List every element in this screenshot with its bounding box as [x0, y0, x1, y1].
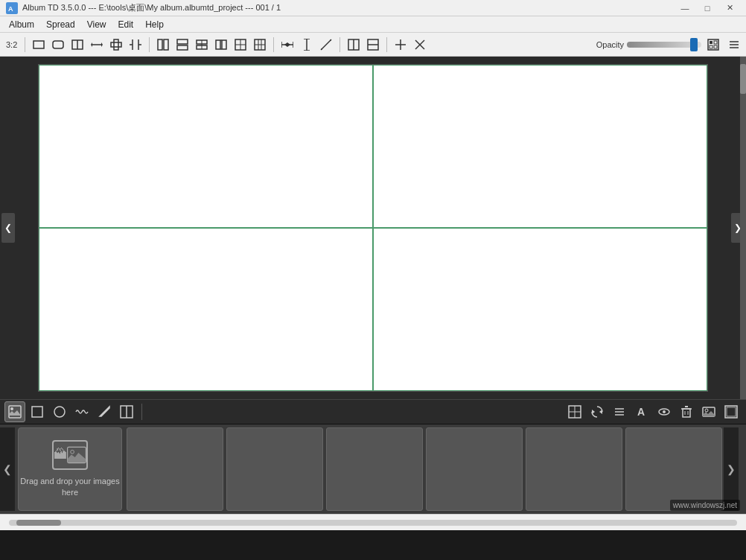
grid2col-btn[interactable] — [154, 36, 172, 54]
tray-nav-left[interactable]: ❮ — [0, 427, 15, 511]
ratio-label: 3:2 — [3, 40, 20, 49]
menu-item-edit[interactable]: Edit — [112, 18, 140, 31]
toolbar-separator-3 — [273, 37, 274, 52]
list-icon-btn[interactable] — [609, 401, 630, 422]
photo-icon-btn[interactable] — [698, 401, 719, 422]
page-cell-top-right[interactable] — [373, 65, 707, 228]
app-icon: A — [6, 2, 18, 14]
svg-rect-2 — [34, 41, 44, 48]
page-cell-bottom-right[interactable] — [373, 228, 707, 391]
svg-point-83 — [705, 409, 708, 412]
cross-btn[interactable] — [107, 36, 125, 54]
page-cell-bottom-left[interactable] — [39, 228, 373, 391]
grid4-btn[interactable] — [232, 36, 249, 54]
expand-h-btn[interactable] — [278, 36, 296, 54]
align-right-btn[interactable] — [212, 36, 230, 54]
layout-icon-btn[interactable] — [721, 401, 742, 422]
menu-bar: AlbumSpreadViewEditHelp — [0, 16, 746, 33]
pen-tool-btn[interactable] — [94, 401, 115, 422]
tray-cell-1[interactable] — [127, 427, 223, 511]
toolbar-separator-1 — [25, 37, 25, 52]
h-resize-btn[interactable] — [88, 36, 106, 54]
split-v-btn[interactable] — [345, 36, 363, 54]
remove-btn[interactable] — [411, 36, 429, 54]
grid2row-btn[interactable] — [173, 36, 191, 54]
tray-cell-5[interactable] — [526, 427, 622, 511]
text-icon-btn[interactable]: A — [631, 401, 652, 422]
scrollbar-horizontal[interactable] — [9, 520, 737, 526]
add-btn[interactable] — [392, 36, 409, 54]
svg-rect-18 — [177, 45, 188, 50]
svg-rect-3 — [53, 41, 63, 48]
svg-rect-56 — [714, 45, 717, 48]
svg-point-87 — [71, 450, 74, 454]
wave-tool-btn[interactable] — [71, 401, 92, 422]
menu-item-view[interactable]: View — [81, 18, 112, 31]
svg-rect-10 — [111, 42, 121, 47]
page-cell-top-left[interactable] — [39, 65, 373, 228]
svg-rect-85 — [727, 407, 736, 416]
refresh-icon-btn[interactable] — [587, 401, 608, 422]
split-tool-btn[interactable] — [116, 401, 137, 422]
bottom-toolbar-right: A — [564, 401, 742, 422]
svg-marker-37 — [287, 42, 290, 47]
trim-btn[interactable] — [127, 36, 144, 54]
tray-nav-right[interactable]: ❯ — [724, 427, 739, 511]
svg-marker-8 — [101, 42, 103, 47]
svg-text:A: A — [8, 5, 13, 13]
eye-icon-btn[interactable] — [654, 401, 675, 422]
svg-line-41 — [321, 39, 331, 50]
svg-rect-54 — [714, 41, 717, 44]
crop-tool-btn[interactable] — [27, 401, 48, 422]
trash-icon-btn[interactable] — [676, 401, 697, 422]
svg-rect-62 — [32, 407, 42, 417]
opacity-section: Opacity — [596, 36, 743, 54]
svg-rect-55 — [710, 45, 712, 48]
svg-marker-36 — [284, 42, 287, 47]
minimize-button[interactable]: — — [675, 1, 695, 15]
toolbar-separator-2 — [149, 37, 150, 52]
split-h-btn[interactable] — [68, 36, 86, 54]
svg-rect-60 — [9, 406, 21, 418]
opacity-slider[interactable] — [627, 42, 701, 48]
ellipse-tool-btn[interactable] — [49, 401, 70, 422]
maximize-button[interactable]: □ — [697, 1, 718, 15]
svg-rect-77 — [683, 409, 690, 417]
grid5-btn[interactable] — [251, 36, 269, 54]
svg-point-61 — [10, 407, 13, 410]
tray-cell-4[interactable] — [426, 427, 523, 511]
expand-v-btn[interactable] — [298, 36, 316, 54]
drop-zone-label: Drag and drop your images here — [19, 476, 121, 499]
svg-rect-23 — [222, 40, 226, 49]
tray-cell-6[interactable] — [625, 427, 722, 511]
toolbar-separator-5 — [386, 37, 387, 52]
drop-zone[interactable]: Drag and drop your images here — [18, 427, 122, 511]
scrollbar-vertical[interactable] — [740, 57, 746, 399]
view-full-btn[interactable] — [704, 36, 722, 54]
scrollbar-vertical-thumb[interactable] — [740, 64, 746, 94]
close-button[interactable]: ✕ — [719, 1, 740, 15]
svg-marker-7 — [91, 42, 92, 47]
toolbar: 3:2 — [0, 33, 746, 57]
menu-item-help[interactable]: Help — [139, 18, 170, 31]
tray-cell-3[interactable] — [326, 427, 423, 511]
align-left-btn[interactable] — [193, 36, 211, 54]
image-tray: ❮ Drag and drop your images here ❯ www.w… — [0, 424, 746, 514]
watermark: www.windowszj.net — [670, 500, 740, 511]
view-list-btn[interactable] — [725, 36, 743, 54]
menu-item-album[interactable]: Album — [3, 18, 40, 31]
toolbar-separator-4 — [339, 37, 340, 52]
menu-item-spread[interactable]: Spread — [40, 18, 81, 31]
grid-icon-btn[interactable] — [564, 401, 585, 422]
svg-text:A: A — [637, 406, 645, 418]
svg-rect-22 — [216, 40, 220, 49]
page-nav-left[interactable]: ❮ — [1, 213, 15, 243]
rounded-rect-btn[interactable] — [49, 36, 67, 54]
tray-cell-2[interactable] — [226, 427, 323, 511]
rect-tool-btn[interactable] — [30, 36, 48, 54]
opacity-thumb[interactable] — [690, 38, 698, 51]
scrollbar-horizontal-thumb[interactable] — [16, 520, 61, 526]
image-tool-btn[interactable] — [4, 401, 25, 422]
expand-diag-btn[interactable] — [317, 36, 335, 54]
merge-h-btn[interactable] — [364, 36, 382, 54]
